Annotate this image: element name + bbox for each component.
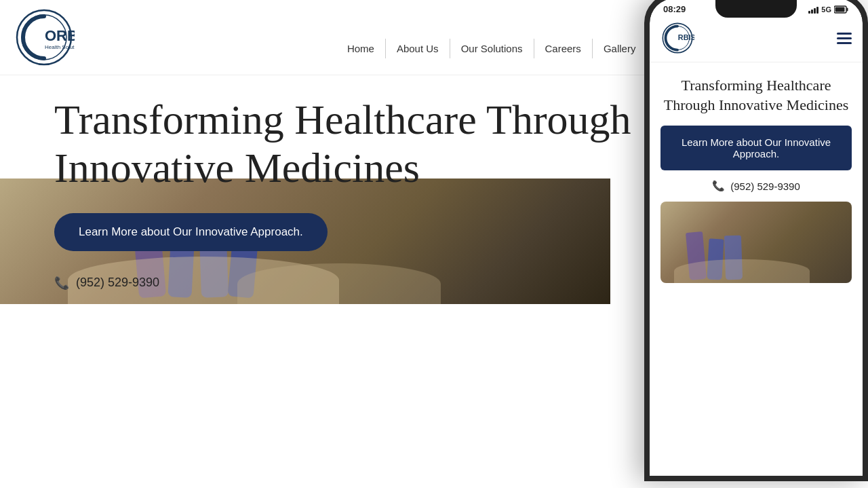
phone-inner-header: RBIS [650, 14, 863, 62]
signal-bar-4 [816, 7, 818, 14]
phone-screen: 08:29 5G [650, 0, 863, 476]
nav-home[interactable]: Home [336, 39, 386, 58]
hero-phone-number: (952) 529-9390 [76, 276, 159, 290]
signal-bar-3 [814, 8, 816, 14]
phone-orbis-logo: RBIS [660, 21, 694, 55]
nav-solutions[interactable]: Our Solutions [450, 39, 534, 58]
orbis-logo: ORBIS Health Solutions [14, 7, 75, 68]
svg-text:ORBIS: ORBIS [45, 27, 75, 44]
signal-bar-2 [811, 10, 813, 14]
nav-about[interactable]: About Us [386, 39, 450, 58]
hamburger-line-1 [837, 33, 852, 35]
battery-icon [834, 5, 849, 14]
svg-text:Health Solutions: Health Solutions [45, 44, 75, 50]
phone-time: 08:29 [663, 4, 686, 14]
network-type: 5G [821, 5, 831, 14]
hero-phone[interactable]: 📞 (952) 529-9390 [54, 276, 665, 290]
hero-title: Transforming Healthcare Through Innovati… [54, 96, 665, 193]
svg-text:RBIS: RBIS [678, 33, 694, 41]
nav-careers[interactable]: Careers [534, 39, 593, 58]
phone-glove [674, 259, 810, 283]
signal-bar-1 [808, 11, 810, 14]
hamburger-line-2 [837, 37, 852, 39]
svg-rect-6 [835, 7, 845, 12]
phone-cta-button[interactable]: Learn More about Our Innovative Approach… [660, 126, 852, 170]
nav-gallery[interactable]: Gallery [593, 39, 648, 58]
phone-number-text: (952) 529-9390 [730, 181, 800, 192]
phone-phone-number[interactable]: 📞 (952) 529-9390 [650, 180, 863, 192]
phone-icon-small: 📞 [712, 180, 725, 192]
phone-hero-title: Transforming Healthcare Through Innovati… [650, 62, 863, 126]
phone-status-icons: 5G [808, 5, 849, 14]
phone-notch [715, 0, 797, 18]
hero-text: Transforming Healthcare Through Innovati… [54, 96, 665, 304]
cta-button[interactable]: Learn More about Our Innovative Approach… [54, 213, 328, 251]
svg-rect-5 [847, 7, 848, 11]
logo-area: ORBIS Health Solutions [14, 7, 75, 68]
signal-bars [808, 5, 818, 14]
phone-icon-hero: 📞 [54, 276, 69, 290]
phone-mockup: 08:29 5G [644, 0, 868, 481]
hamburger-line-3 [837, 42, 852, 44]
phone-image-preview [660, 202, 852, 283]
hamburger-menu[interactable] [837, 33, 852, 44]
